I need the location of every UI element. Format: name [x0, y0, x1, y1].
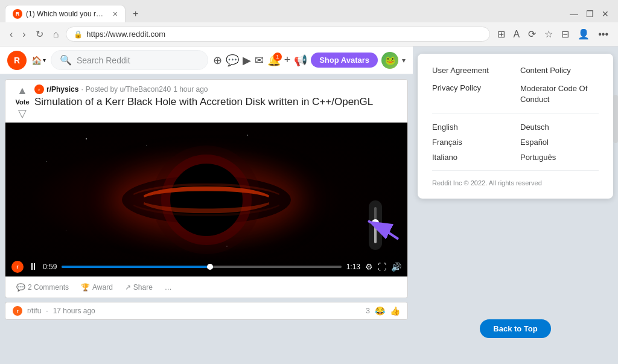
lang-italiano-link[interactable]: Italiano — [432, 153, 511, 162]
scrollbar[interactable] — [613, 95, 618, 143]
active-tab[interactable]: R (1) Which would you rather? 200... × — [5, 5, 126, 22]
search-bar[interactable]: 🔍 Search Reddit — [51, 50, 208, 70]
window-controls: — ❐ ✕ — [569, 8, 613, 19]
post-meta: r r/Physics · Posted by u/TheBacon240 1 … — [34, 85, 403, 94]
lang-francais-link[interactable]: Français — [432, 138, 511, 147]
tifu-subreddit-icon: r — [13, 306, 22, 316]
next-post-card: r r/tifu · 17 hours ago 3 😂 👍 — [5, 302, 408, 320]
back-button[interactable]: ‹ — [7, 27, 15, 42]
browser-toolbar: ⊞ A ⟳ ☆ ⊟ 👤 ••• — [495, 26, 611, 42]
downvote-button[interactable]: ▽ — [18, 107, 27, 120]
post-content: r r/Physics · Posted by u/TheBacon240 1 … — [34, 85, 403, 112]
post-title: Simulation of a Kerr Black Hole with Acc… — [34, 96, 403, 108]
time-ago: 1 hour ago — [173, 85, 208, 94]
settings-icon[interactable]: ⚙ — [365, 262, 373, 272]
lang-english-link[interactable]: English — [432, 123, 511, 132]
new-tab-button[interactable]: + — [128, 6, 143, 22]
privacy-policy-link[interactable]: Privacy Policy — [432, 83, 511, 105]
reader-mode-icon[interactable]: A — [511, 27, 523, 42]
video-controls: r ⏸ 0:59 1:13 ⚙ ⛶ 🔊 — [5, 256, 407, 276]
subreddit-name[interactable]: r/Physics — [46, 85, 78, 94]
pause-button[interactable]: ⏸ — [28, 261, 38, 272]
home-dropdown-arrow: ▾ — [43, 57, 46, 63]
comments-button[interactable]: 💬 2 Comments — [13, 281, 72, 294]
tifu-votes: 3 — [366, 307, 370, 315]
shop-avatars-button[interactable]: Shop Avatars — [311, 53, 378, 68]
tifu-subreddit-name[interactable]: r/tifu — [27, 307, 41, 315]
current-time: 0:59 — [43, 263, 57, 271]
back-to-top-button[interactable]: Back to Top — [480, 319, 550, 338]
copyright-text: Reddit Inc © 2022. All rights reserved — [432, 179, 599, 187]
home-button[interactable]: ⌂ — [51, 27, 62, 42]
search-icon: 🔍 — [60, 54, 72, 66]
post-header: ▲ Vote ▽ r r/Physics · Posted by u/TheBa… — [5, 80, 407, 123]
progress-bar[interactable] — [62, 266, 341, 268]
favorites-icon[interactable]: ☆ — [542, 26, 555, 42]
lock-icon: 🔒 — [74, 30, 83, 39]
address-bar[interactable]: 🔒 https://www.reddit.com — [66, 27, 489, 42]
lang-deutsch-link[interactable]: Deutsch — [520, 123, 599, 132]
add-post-icon[interactable]: + — [284, 54, 291, 66]
restore-button[interactable]: ❐ — [584, 8, 595, 19]
popular-icon[interactable]: ⊕ — [213, 54, 222, 67]
reddit-toolbar: ⊕ 💬 ▶ ✉ 🔔 1 + 📢 Shop Avatars 🐸 ▾ — [213, 52, 406, 69]
avatar-dropdown-arrow[interactable]: ▾ — [402, 56, 406, 65]
feed-container: ▲ Vote ▽ r r/Physics · Posted by u/TheBa… — [0, 74, 413, 362]
volume-icon[interactable]: 🔊 — [391, 262, 401, 272]
avatar[interactable]: 🐸 — [381, 52, 398, 69]
refresh-button[interactable]: ↻ — [33, 26, 46, 42]
comments-icon: 💬 — [16, 283, 25, 292]
nav-bar: ‹ › ↻ ⌂ 🔒 https://www.reddit.com ⊞ A ⟳ ☆… — [0, 22, 618, 46]
tab-bar: R (1) Which would you rather? 200... × +… — [0, 0, 618, 22]
extensions-icon[interactable]: ⊞ — [495, 26, 508, 42]
arrow-pointer — [356, 209, 404, 247]
tifu-time: 17 hours ago — [53, 307, 95, 315]
account-icon[interactable]: 👤 — [575, 26, 592, 42]
progress-thumb[interactable] — [207, 264, 213, 270]
award-button[interactable]: 🏆 Award — [77, 281, 116, 294]
fullscreen-icon[interactable]: ⛶ — [378, 262, 386, 272]
lang-espanol-link[interactable]: Español — [520, 138, 599, 147]
more-options-button[interactable]: … — [161, 281, 176, 294]
messaging-icon[interactable]: ✉ — [255, 54, 264, 67]
total-time: 1:13 — [346, 263, 360, 271]
subreddit-icon: r — [34, 85, 44, 94]
post-actions: 💬 2 Comments 🏆 Award ↗ Share … — [5, 276, 407, 298]
links-grid: User Agreement Content Policy Privacy Po… — [432, 66, 599, 105]
separator: · — [81, 85, 83, 94]
home-nav-button[interactable]: 🏠 ⌂ ▾ — [31, 56, 46, 65]
broadcast-icon[interactable]: 📢 — [294, 54, 307, 67]
chat-icon[interactable]: 💬 — [226, 54, 239, 67]
lang-portugues-link[interactable]: Português — [520, 153, 599, 162]
reddit-video-icon: r — [11, 261, 24, 273]
video-icon[interactable]: ▶ — [243, 54, 251, 67]
address-text: https://www.reddit.com — [86, 30, 482, 39]
upvote-button[interactable]: ▲ — [17, 85, 28, 97]
back-to-top-container: Back to Top — [418, 199, 613, 338]
share-icon: ↗ — [125, 283, 131, 292]
tab-close-button[interactable]: × — [113, 9, 118, 19]
minimize-button[interactable]: — — [569, 8, 579, 19]
content-policy-link[interactable]: Content Policy — [520, 66, 599, 75]
tab-title: (1) Which would you rather? 200... — [26, 10, 107, 18]
forward-button[interactable]: › — [20, 27, 28, 42]
more-tools-button[interactable]: ••• — [596, 27, 611, 42]
reddit-logo[interactable]: R — [7, 51, 27, 70]
video-player[interactable]: r ⏸ 0:59 1:13 ⚙ ⛶ 🔊 — [5, 123, 407, 276]
share-button[interactable]: ↗ Share — [121, 281, 156, 294]
posted-by: Posted by u/TheBacon240 — [86, 85, 171, 94]
translate-icon[interactable]: ⟳ — [526, 26, 538, 42]
award-icon: 🏆 — [81, 283, 90, 292]
user-agreement-link[interactable]: User Agreement — [432, 66, 511, 75]
notifications-container: 🔔 1 — [267, 54, 281, 67]
collections-icon[interactable]: ⊟ — [559, 26, 572, 42]
tab-favicon: R — [13, 9, 22, 19]
right-panel: User Agreement Content Policy Privacy Po… — [413, 46, 618, 362]
progress-fill — [62, 266, 212, 268]
close-button[interactable]: ✕ — [600, 8, 611, 19]
vote-column: ▲ Vote ▽ — [10, 85, 34, 120]
reddit-header: R 🏠 ⌂ ▾ 🔍 Search Reddit ⊕ 💬 ▶ ✉ 🔔 1 + — [0, 46, 413, 74]
divider-2 — [432, 170, 599, 171]
search-placeholder: Search Reddit — [77, 56, 130, 65]
moderator-code-link[interactable]: Moderator Code Of Conduct — [520, 83, 599, 105]
